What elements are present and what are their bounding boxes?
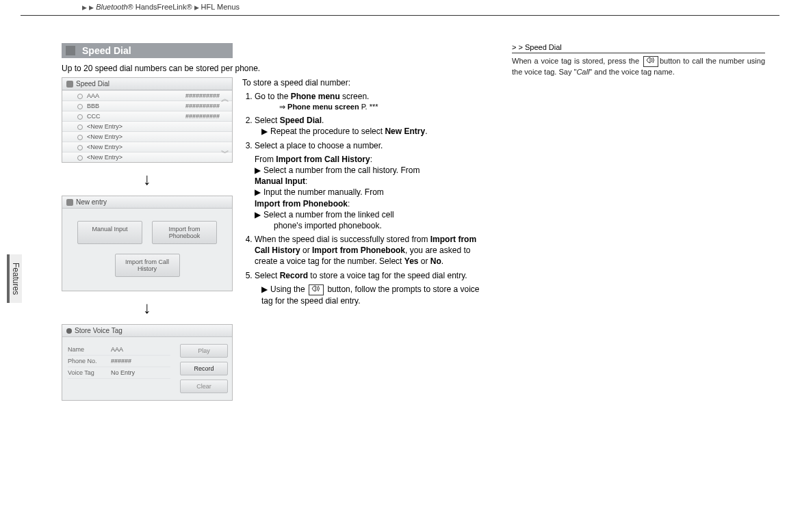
crumb-seg1: Bluetooth: [96, 3, 127, 11]
import-phonebook-button: Import from Phonebook: [152, 221, 217, 244]
play-button: Play: [180, 344, 228, 358]
tri-icon: ▶: [82, 4, 87, 11]
screenshot-speed-dial-list: Speed Dial AAA########## BBB########## C…: [62, 77, 233, 163]
steps-lead: To store a speed dial number:: [242, 77, 489, 88]
bullet-arrow-icon: ▶: [261, 126, 268, 137]
step-3: Select a place to choose a number. From …: [255, 140, 489, 232]
sidebar-note: When a voice tag is stored, press the bu…: [512, 56, 765, 77]
chevron-up-icon: ︽: [221, 93, 229, 105]
bullet-arrow-icon: ▶: [255, 165, 261, 176]
bullet-arrow-icon: ▶: [255, 209, 261, 220]
bullet-arrow-icon: ▶: [261, 284, 268, 295]
dot-icon: [66, 328, 72, 334]
chevron-down-icon: ︾: [221, 148, 229, 159]
features-side-tab: Features: [7, 254, 22, 303]
instructions: To store a speed dial number: Go to the …: [242, 77, 489, 403]
tri-icon: ▶: [89, 4, 94, 11]
screenshot-store-voice-tag: Store Voice Tag NameAAA Phone No.###### …: [62, 324, 233, 401]
breadcrumb: ▶ ▶ Bluetooth® HandsFreeLink® ▶ HFL Menu…: [21, 0, 779, 16]
clear-button: Clear: [180, 380, 228, 393]
phone-icon: [66, 81, 73, 88]
screenshot-new-entry: New entry Manual Input Import from Phone…: [62, 196, 233, 291]
record-button: Record: [180, 362, 228, 375]
crumb-seg3: HFL Menus: [201, 3, 240, 11]
flow-arrow-icon: ↓: [62, 298, 233, 317]
flow-arrow-icon: ↓: [62, 170, 233, 189]
import-callhistory-button: Import from Call History: [115, 254, 180, 277]
section-heading: Speed Dial: [62, 43, 233, 58]
bullet-arrow-icon: ▶: [255, 187, 261, 198]
sidebar-heading: > > Speed Dial: [512, 43, 765, 53]
intro-text: Up to 20 speed dial numbers can be store…: [62, 64, 493, 73]
heading-square-icon: [66, 46, 75, 55]
talk-button-icon: [309, 284, 324, 295]
step-2: Select Speed Dial. ▶Repeat the procedure…: [255, 115, 489, 137]
crumb-seg2: HandsFreeLink®: [136, 3, 192, 11]
step-4: When the speed dial is successfully stor…: [255, 234, 489, 267]
manual-input-button: Manual Input: [77, 221, 142, 244]
step-5: Select Record to store a voice tag for t…: [255, 270, 489, 306]
phone-icon: [66, 199, 73, 206]
step-1: Go to the Phone menu screen. ⇒ Phone men…: [255, 91, 489, 112]
tri-icon: ▶: [194, 4, 199, 11]
talk-button-icon: [643, 56, 658, 67]
